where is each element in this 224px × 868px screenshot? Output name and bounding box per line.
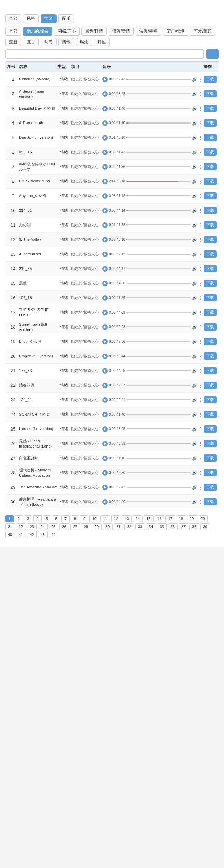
play-button[interactable] [102,281,108,286]
more-options-icon[interactable]: ⋮ [198,77,203,82]
progress-bar[interactable] [126,443,191,444]
more-options-icon[interactable]: ⋮ [198,383,203,388]
project-filter-btn[interactable]: 感性/抒情 [81,27,107,36]
play-button[interactable] [102,412,108,417]
volume-icon[interactable]: 🔊 [192,368,197,373]
page-number-btn[interactable]: 2 [15,515,23,522]
more-options-icon[interactable]: ⋮ [198,91,203,97]
page-number-btn[interactable]: 34 [146,523,156,530]
volume-icon[interactable]: 🔊 [192,164,197,169]
download-button[interactable]: 下载 [204,207,217,214]
page-number-btn[interactable]: 31 [114,523,123,530]
download-button[interactable]: 下载 [204,192,217,199]
progress-bar[interactable] [126,166,191,167]
volume-icon[interactable]: 🔊 [192,383,197,388]
more-options-icon[interactable]: ⋮ [198,499,203,505]
project-filter-btn[interactable]: 积极/开心 [54,27,79,36]
page-number-btn[interactable]: 33 [135,523,145,530]
progress-bar[interactable] [126,458,191,459]
page-number-btn[interactable]: 1 [5,515,14,522]
volume-icon[interactable]: 🔊 [192,339,197,344]
play-button[interactable] [102,222,108,228]
project-filter-btn[interactable]: 浪漫/爱情 [109,27,134,36]
volume-icon[interactable]: 🔊 [192,500,197,504]
play-button[interactable] [102,91,108,97]
more-options-icon[interactable]: ⋮ [198,237,203,242]
play-button[interactable] [102,193,108,199]
download-button[interactable]: 下载 [204,309,217,316]
play-button[interactable] [102,135,108,141]
page-number-btn[interactable]: 43 [38,531,48,538]
project-filter-btn[interactable]: 温暖/幸福 [136,27,161,36]
progress-bar[interactable] [126,487,191,488]
progress-bar[interactable] [126,312,191,313]
play-button[interactable] [102,266,108,272]
page-number-btn[interactable]: 37 [179,523,188,530]
play-button[interactable] [102,310,108,315]
play-button[interactable] [102,426,108,432]
more-options-icon[interactable]: ⋮ [198,252,203,257]
volume-icon[interactable]: 🔊 [192,398,197,402]
volume-icon[interactable]: 🔊 [192,485,197,490]
more-options-icon[interactable]: ⋮ [198,368,203,374]
download-button[interactable]: 下载 [204,469,217,476]
more-options-icon[interactable]: ⋮ [198,120,203,126]
download-button[interactable]: 下载 [204,396,217,403]
project-filter-btn[interactable]: 可爱/童真 [190,27,215,36]
more-options-icon[interactable]: ⋮ [198,441,203,446]
more-options-icon[interactable]: ⋮ [198,470,203,476]
type-filter-btn[interactable]: 情绪 [41,14,57,23]
play-button[interactable] [102,77,108,82]
progress-bar[interactable] [126,385,191,386]
page-number-btn[interactable]: 6 [52,515,60,522]
play-button[interactable] [102,470,108,476]
progress-bar[interactable] [126,283,191,284]
page-number-btn[interactable]: 32 [124,523,134,530]
progress-bar[interactable] [126,181,191,182]
progress-bar[interactable] [126,356,191,357]
play-button[interactable] [102,106,108,111]
page-number-btn[interactable]: 29 [92,523,102,530]
download-button[interactable]: 下载 [204,454,217,462]
project-filter-btn[interactable]: 复古 [23,38,39,46]
page-number-btn[interactable]: 17 [165,515,175,522]
volume-icon[interactable]: 🔊 [192,412,197,417]
progress-bar[interactable] [126,254,191,255]
project-filter-btn[interactable]: 全部 [5,27,21,36]
volume-icon[interactable]: 🔊 [192,456,197,461]
progress-bar[interactable] [126,472,191,473]
type-filter-btn[interactable]: 配乐 [58,14,74,23]
project-filter-btn[interactable]: 情懒 [58,38,74,46]
progress-bar[interactable] [126,210,191,211]
progress-bar[interactable] [126,224,191,225]
page-number-btn[interactable]: 13 [122,515,132,522]
progress-bar[interactable] [126,399,191,400]
play-button[interactable] [102,295,108,301]
page-number-btn[interactable]: 7 [61,515,70,522]
volume-icon[interactable]: 🔊 [192,237,197,242]
page-number-btn[interactable]: 18 [176,515,186,522]
page-number-btn[interactable]: 14 [133,515,143,522]
page-number-btn[interactable]: 16 [155,515,164,522]
page-number-btn[interactable]: 44 [49,531,58,538]
play-button[interactable] [102,208,108,213]
download-button[interactable]: 下载 [204,163,217,170]
progress-bar[interactable] [126,326,191,327]
volume-icon[interactable]: 🔊 [192,266,197,271]
volume-icon[interactable]: 🔊 [192,470,197,475]
volume-icon[interactable]: 🔊 [192,427,197,432]
download-button[interactable]: 下载 [204,484,217,491]
page-number-btn[interactable]: 3 [24,515,32,522]
page-number-btn[interactable]: 30 [103,523,112,530]
play-button[interactable] [102,179,108,184]
progress-bar[interactable] [126,137,191,138]
more-options-icon[interactable]: ⋮ [198,208,203,213]
more-options-icon[interactable]: ⋮ [198,106,203,111]
play-button[interactable] [102,368,108,374]
more-options-icon[interactable]: ⋮ [198,281,203,286]
download-button[interactable]: 下载 [204,280,217,287]
volume-icon[interactable]: 🔊 [192,223,197,228]
more-options-icon[interactable]: ⋮ [198,412,203,417]
page-number-btn[interactable]: 22 [16,523,26,530]
more-options-icon[interactable]: ⋮ [198,324,203,330]
